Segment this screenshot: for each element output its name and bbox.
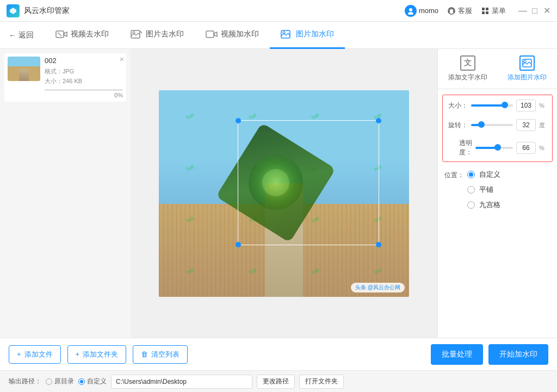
- original-dir-radio[interactable]: [46, 378, 52, 385]
- svg-rect-16: [206, 31, 214, 38]
- tab-video-remove[interactable]: 视频去水印: [45, 22, 120, 49]
- start-watermark-button[interactable]: 开始加水印: [488, 344, 548, 365]
- rotation-slider-track: [471, 124, 513, 126]
- rotation-label: 旋转：: [447, 121, 468, 130]
- size-unit: %: [539, 102, 548, 109]
- handle-top-right[interactable]: [376, 118, 381, 123]
- rotation-slider[interactable]: [471, 123, 513, 127]
- text-watermark-label: 添加文字水印: [448, 73, 487, 82]
- thumbnail-image: [8, 57, 40, 81]
- handle-bottom-left[interactable]: [236, 242, 241, 247]
- menu-btn[interactable]: 菜单: [481, 6, 506, 16]
- title-bar: 风云水印管家 momo 客服 菜单 — □ ✕: [0, 0, 557, 22]
- user-avatar: [405, 5, 417, 17]
- progress-bar: [45, 89, 123, 91]
- rotation-value[interactable]: 32: [516, 119, 536, 131]
- position-custom-radio[interactable]: [467, 171, 475, 178]
- progress-text: 0%: [45, 92, 123, 98]
- position-custom-option[interactable]: 自定义: [467, 170, 500, 179]
- output-path-label: 输出路径：: [9, 377, 41, 386]
- add-file-button[interactable]: + 添加文件: [9, 345, 61, 364]
- original-dir-label: 原目录: [54, 377, 74, 386]
- custom-dir-label: 自定义: [87, 377, 107, 386]
- add-folder-button[interactable]: + 添加文件夹: [67, 345, 127, 364]
- maximize-button[interactable]: □: [531, 7, 539, 15]
- position-custom-radio-inner: [469, 172, 473, 177]
- change-path-button[interactable]: 更改路径: [257, 375, 295, 389]
- handle-top-left[interactable]: [236, 118, 241, 123]
- position-grid-label: 九宫格: [479, 200, 500, 210]
- rotation-unit: 度: [539, 121, 548, 129]
- svg-marker-11: [64, 32, 67, 36]
- text-watermark-icon: 文: [460, 55, 475, 71]
- path-bar: 输出路径： 原目录 自定义 更改路径 打开文件夹: [0, 370, 557, 392]
- tab-image-remove[interactable]: 图片去水印: [120, 22, 195, 49]
- handle-bottom-right[interactable]: [376, 242, 381, 247]
- batch-process-button[interactable]: 批量处理: [431, 344, 483, 365]
- rotation-slider-thumb[interactable]: [478, 121, 485, 128]
- tab-image-add[interactable]: 图片加水印: [270, 22, 345, 49]
- right-tabs: 文 添加文字水印 添加图片水印: [438, 49, 557, 89]
- position-section: 位置： 自定义 平铺 九宫格: [438, 167, 557, 217]
- tab-text-watermark[interactable]: 文 添加文字水印: [438, 49, 498, 89]
- file-name: 002: [45, 57, 123, 65]
- watermark-logo: 头条 @风云办公网: [351, 283, 405, 293]
- transparency-slider[interactable]: [475, 146, 513, 150]
- custom-dir-radio[interactable]: [78, 378, 85, 385]
- size-value[interactable]: 103: [516, 99, 536, 111]
- image-watermark-label: 添加图片水印: [508, 73, 547, 82]
- minimize-button[interactable]: —: [519, 7, 527, 15]
- size-control-row: 大小： 103 %: [447, 99, 548, 111]
- service-btn[interactable]: 客服: [447, 6, 472, 16]
- back-button[interactable]: ← 返回: [9, 30, 34, 40]
- transparency-value[interactable]: 66: [516, 142, 536, 154]
- svg-point-2: [408, 12, 413, 15]
- user-info[interactable]: momo: [405, 5, 438, 17]
- svg-point-1: [409, 8, 412, 11]
- position-tile-radio[interactable]: [467, 186, 475, 194]
- watermark-selection-box[interactable]: [238, 120, 379, 245]
- file-item: 002 格式：JPG 大小：246 KB 0% ×: [4, 53, 126, 102]
- position-grid-option[interactable]: 九宫格: [467, 200, 500, 210]
- canvas-area[interactable]: hat hat hat hat hat hat hat hat hat hat …: [131, 49, 437, 338]
- tab-video-remove-label: 视频去水印: [71, 29, 109, 39]
- svg-line-12: [58, 33, 61, 36]
- open-folder-button[interactable]: 打开文件夹: [299, 375, 344, 389]
- transparency-slider-thumb[interactable]: [494, 144, 501, 151]
- nav-bar: ← 返回 视频去水印 图片去水印 视频加水印 图片加水印: [0, 22, 557, 49]
- tab-video-add[interactable]: 视频加水印: [195, 22, 270, 49]
- red-border-controls: 大小： 103 % 旋转：: [442, 95, 553, 162]
- image-watermark-icon: [519, 55, 535, 71]
- position-label: 位置：: [444, 171, 464, 180]
- svg-rect-9: [486, 11, 488, 14]
- position-options: 自定义 平铺 九宫格: [467, 170, 500, 215]
- svg-rect-4: [449, 11, 450, 13]
- file-close-button[interactable]: ×: [120, 55, 124, 63]
- bottom-toolbar: + 添加文件 + 添加文件夹 🗑 清空列表 批量处理 开始加水印: [0, 338, 557, 370]
- add-folder-label: 添加文件夹: [83, 350, 118, 359]
- back-label: 返回: [18, 30, 34, 40]
- clear-list-button[interactable]: 🗑 清空列表: [133, 345, 188, 364]
- title-left: 风云水印管家: [7, 4, 70, 17]
- svg-rect-6: [482, 8, 485, 10]
- back-arrow-icon: ←: [9, 31, 16, 40]
- position-grid-radio[interactable]: [467, 201, 475, 209]
- video-remove-icon: [55, 29, 67, 39]
- main-content: 002 格式：JPG 大小：246 KB 0% × hat: [0, 49, 557, 338]
- add-file-icon: +: [17, 350, 21, 358]
- rotation-control-row: 旋转： 32 度: [447, 119, 548, 131]
- image-remove-icon: [131, 29, 143, 39]
- position-tile-option[interactable]: 平铺: [467, 185, 500, 195]
- path-input[interactable]: [111, 375, 252, 389]
- file-size: 大小：246 KB: [45, 77, 123, 86]
- size-slider[interactable]: [471, 104, 513, 107]
- tab-image-watermark[interactable]: 添加图片水印: [498, 49, 558, 89]
- file-info: 002 格式：JPG 大小：246 KB 0%: [45, 57, 123, 98]
- close-button[interactable]: ✕: [543, 7, 550, 15]
- headset-icon: [447, 7, 456, 15]
- custom-dir-option[interactable]: 自定义: [78, 377, 107, 386]
- original-dir-option[interactable]: 原目录: [46, 377, 74, 386]
- size-slider-thumb[interactable]: [502, 102, 508, 108]
- svg-rect-7: [486, 8, 488, 10]
- clear-list-label: 清空列表: [151, 350, 180, 359]
